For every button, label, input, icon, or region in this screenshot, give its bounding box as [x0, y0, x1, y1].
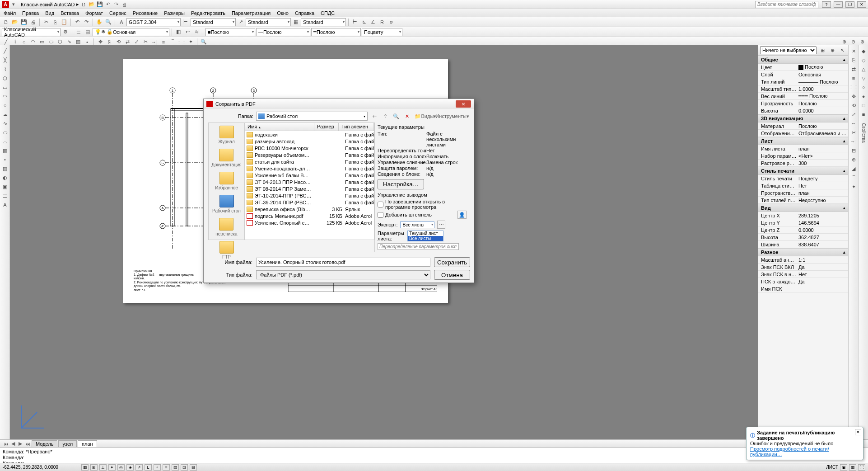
stretch-mod-icon[interactable]: ↔: [849, 119, 858, 127]
layer-prev-icon[interactable]: ↩: [183, 28, 191, 36]
plotstyle-combo[interactable]: Поцвету: [362, 28, 402, 36]
dim-linear-icon[interactable]: ⊢: [351, 18, 359, 26]
open-viewer-checkbox[interactable]: По завершении открыть в программе просмо…: [378, 199, 467, 210]
property-row[interactable]: Масштаб типа…1.0000: [758, 85, 848, 93]
redo-icon[interactable]: ↷: [82, 18, 90, 26]
scale-icon[interactable]: ⤢: [132, 38, 140, 46]
dropdown-opt-current[interactable]: Текущий лист: [408, 231, 443, 236]
gradient-tool-icon[interactable]: ◐: [1, 174, 9, 182]
dialog-close-button[interactable]: ✕: [456, 100, 471, 108]
line-tool-icon[interactable]: ╱: [1, 47, 9, 55]
selection-combo[interactable]: Ничего не выбрано: [760, 46, 817, 54]
spds-icon-5[interactable]: ○: [859, 83, 868, 91]
grid-button[interactable]: ⊞: [90, 464, 98, 471]
tab-model[interactable]: Модель: [32, 440, 57, 447]
paste-icon[interactable]: 📋: [60, 18, 68, 26]
file-row[interactable]: размеры автокадПапка с фай: [245, 138, 374, 145]
property-row[interactable]: Центр Z0.0000: [758, 226, 848, 234]
place-desktop[interactable]: Рабочий стол: [212, 195, 241, 213]
property-row[interactable]: Знак ПСК в на…Нет: [758, 271, 848, 278]
property-row[interactable]: Тип линий———— Послою: [758, 78, 848, 85]
tools-dropdown[interactable]: Инструменты ▾: [435, 112, 469, 120]
property-section[interactable]: 3D визуализация▴: [758, 114, 848, 122]
property-row[interactable]: Стиль печатиПоцвету: [758, 175, 848, 182]
place-ftp[interactable]: FTP: [219, 241, 234, 259]
menu-dropdown-icon[interactable]: ▾: [10, 1, 17, 8]
property-row[interactable]: Знак ПСК ВКЛДа: [758, 264, 848, 271]
pickadd-icon[interactable]: ⊕: [828, 46, 836, 54]
menu-draw[interactable]: Рисование: [133, 10, 158, 16]
property-section[interactable]: Стиль печати▴: [758, 167, 848, 175]
property-row[interactable]: Растровое раз…300: [758, 160, 848, 167]
ortho-button[interactable]: ⊥: [99, 464, 107, 471]
extend-mod-icon[interactable]: →|: [849, 137, 858, 146]
place-favorites[interactable]: Избранное: [215, 172, 238, 190]
spds-icon-7[interactable]: □: [859, 101, 868, 109]
point-tool-icon[interactable]: •: [1, 155, 9, 164]
property-row[interactable]: Вес линий━━━ Послою: [758, 93, 848, 100]
menu-format[interactable]: Формат: [85, 10, 103, 16]
rotate-icon[interactable]: ⟲: [114, 38, 122, 46]
tpy-button[interactable]: ▤: [172, 464, 179, 471]
polar-button[interactable]: ✦: [108, 464, 116, 471]
property-row[interactable]: Тип стилей пе…Недоступно: [758, 197, 848, 204]
property-row[interactable]: ЦветПослою: [758, 64, 848, 71]
spds-icon-1[interactable]: ◆: [859, 47, 868, 55]
menu-tools[interactable]: Сервис: [109, 10, 126, 16]
property-row[interactable]: Масштаб анн…1:1: [758, 256, 848, 264]
trim-mod-icon[interactable]: ✂: [849, 128, 858, 137]
property-row[interactable]: Имя листаплан: [758, 145, 848, 152]
up-icon[interactable]: ⇧: [381, 112, 389, 120]
place-docs[interactable]: Документация: [211, 149, 242, 167]
ellipse-icon[interactable]: ⬭: [47, 38, 55, 46]
spds-icon-6[interactable]: ●: [859, 92, 868, 100]
menu-window[interactable]: Окно: [277, 10, 289, 16]
property-row[interactable]: Набор параме…<Нет>: [758, 152, 848, 160]
copy-icon[interactable]: ⎘: [51, 18, 59, 26]
dim-angular-icon[interactable]: ∠: [369, 18, 377, 26]
polygon-tool-icon[interactable]: ⬡: [1, 74, 9, 82]
mirror-mod-icon[interactable]: ⇄: [849, 65, 858, 73]
sheet-override-input[interactable]: [378, 243, 459, 250]
views-dropdown[interactable]: Виды ▾: [425, 112, 433, 120]
mtext-tool-icon[interactable]: A: [1, 201, 9, 209]
workspace-label[interactable]: Классический AutoCAD ▸: [21, 1, 79, 7]
fillet-mod-icon[interactable]: ⌒: [849, 174, 858, 182]
dim-aligned-icon[interactable]: ⊾: [360, 18, 368, 26]
file-row[interactable]: РВС 10000 МончегорскПапка с фай: [245, 145, 374, 151]
tab-first-icon[interactable]: ⏮: [3, 441, 9, 447]
cancel-button[interactable]: Отмена: [434, 270, 470, 280]
property-row[interactable]: МатериалПослою: [758, 122, 848, 130]
help-icon[interactable]: ?: [822, 1, 831, 8]
spds-icon-8[interactable]: ■: [859, 110, 868, 118]
file-row[interactable]: Умение-продавать-дл…Папка с фай: [245, 165, 374, 172]
menu-modify[interactable]: Редактировать: [191, 10, 225, 16]
constraint2-icon[interactable]: ⊖: [849, 38, 857, 46]
property-row[interactable]: Центр Y146.5694: [758, 219, 848, 226]
spds-icon-3[interactable]: △: [859, 65, 868, 73]
snap-button[interactable]: ▦: [81, 464, 89, 471]
place-history[interactable]: Журнал: [218, 126, 235, 144]
balloon-close-button[interactable]: ✕: [855, 429, 861, 435]
lweight-combo[interactable]: ━ Послою: [311, 28, 361, 36]
menu-help[interactable]: Справка: [295, 10, 314, 16]
file-row[interactable]: Резервуары объемом…Папка с фай: [245, 151, 374, 158]
osnap-button[interactable]: ◎: [117, 464, 125, 471]
xline-tool-icon[interactable]: ╳: [1, 56, 9, 64]
property-row[interactable]: Пространство…план: [758, 189, 848, 197]
col-size[interactable]: Размер: [314, 123, 339, 131]
property-row[interactable]: Имя ПСК: [758, 285, 848, 292]
col-type[interactable]: Тип элемен: [339, 123, 374, 131]
property-row[interactable]: Отображение …Отбрасываемая и …: [758, 130, 848, 137]
file-row[interactable]: Усиление жб балки В…Папка с фай: [245, 172, 374, 179]
qp-button[interactable]: ⊡: [181, 464, 188, 471]
menu-view[interactable]: Вид: [45, 10, 54, 16]
dim-diameter-icon[interactable]: ⌀: [387, 18, 395, 26]
circle-icon[interactable]: ○: [20, 38, 28, 46]
col-name[interactable]: Имя ▴: [245, 123, 314, 131]
scale-mod-icon[interactable]: ⤢: [849, 110, 858, 118]
polygon-icon[interactable]: ⬡: [56, 38, 64, 46]
file-row[interactable]: подпись Мельник.pdf15 КБAdobe Acrol: [245, 212, 374, 219]
tab-prev-icon[interactable]: ◀: [10, 441, 16, 447]
ltype-combo[interactable]: — Послою: [256, 28, 310, 36]
